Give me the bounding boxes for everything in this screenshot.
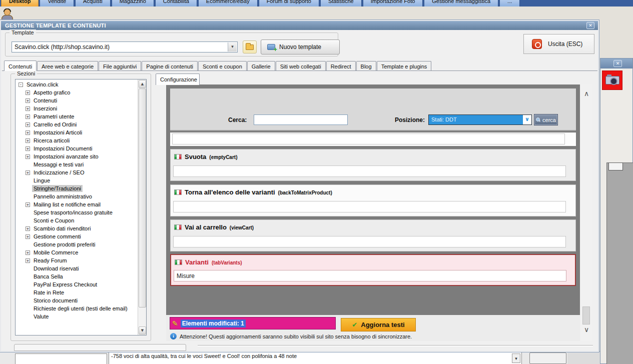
tab-configurazione[interactable]: Configurazione <box>156 74 200 85</box>
tree-expand-icon[interactable]: + <box>26 114 30 119</box>
tree-expand-icon[interactable]: + <box>26 98 30 103</box>
tree-item[interactable]: + Aspetto grafico <box>17 88 137 96</box>
open-folder-button[interactable] <box>243 40 257 54</box>
menu-tab[interactable]: Magazzino <box>112 0 154 6</box>
tree-expand-icon[interactable] <box>26 162 30 167</box>
translation-input[interactable] <box>172 134 565 144</box>
chevron-down-icon[interactable]: ∨ <box>581 326 592 334</box>
chevron-up-icon[interactable]: ∧ <box>581 90 592 98</box>
dialog-tab[interactable]: Pagine di contenuti <box>142 61 198 71</box>
translation-input[interactable] <box>173 166 566 177</box>
new-template-button[interactable]: Nuovo template <box>261 40 340 54</box>
tree-expand-icon[interactable]: + <box>26 226 30 231</box>
tree-expand-icon[interactable]: + <box>26 130 30 135</box>
tree-item[interactable]: + Scambio dati rivenditori <box>17 224 137 232</box>
search-input[interactable] <box>254 114 348 125</box>
position-select[interactable]: Stati: DDT ∨ <box>428 114 532 125</box>
tree-item[interactable]: Banca Sella <box>17 272 137 280</box>
translation-input[interactable] <box>174 270 566 282</box>
tree-root-item[interactable]: - Scavino.click <box>17 80 137 88</box>
tree-expand-icon[interactable]: + <box>26 250 30 255</box>
dropdown-arrow-icon[interactable]: ▾ <box>512 354 520 363</box>
chevron-down-icon[interactable]: ∨ <box>523 115 531 124</box>
tree-item[interactable]: + Inserzioni <box>17 104 137 112</box>
tree-item[interactable]: Pannello amministrativo <box>17 192 137 200</box>
tree-expand-icon[interactable] <box>26 306 30 311</box>
tree-item[interactable]: Gestione prodotti preferiti <box>17 240 137 248</box>
scrollbar-thumb[interactable] <box>582 306 590 324</box>
menu-tab[interactable]: ... <box>499 0 520 6</box>
translation-input[interactable] <box>173 201 566 212</box>
tree-expand-icon[interactable]: + <box>26 154 30 159</box>
tree-expand-icon[interactable] <box>26 282 30 287</box>
dialog-tab[interactable]: Sconti e coupon <box>198 61 247 71</box>
bottom-panel-fragment[interactable] <box>14 344 186 351</box>
tree-item[interactable]: Richieste degli utenti (testi delle emai… <box>17 304 137 312</box>
menu-tab[interactable]: Forum di supporto <box>259 0 319 6</box>
configuration-scrollbar[interactable]: ∧ ∨ <box>581 84 592 341</box>
tree-item[interactable]: Lingue <box>17 176 137 184</box>
template-combobox[interactable]: Scavino.click (http://shop.scavino.it) ▾ <box>12 42 238 52</box>
search-button[interactable]: cerca <box>534 114 558 126</box>
tree-expand-icon[interactable] <box>26 266 30 271</box>
tree-item[interactable]: + Contenuti <box>17 96 137 104</box>
tree-expand-icon[interactable]: + <box>26 170 30 175</box>
tree-expand-icon[interactable] <box>26 218 30 223</box>
tree-item[interactable]: Sconti e Coupon <box>17 216 137 224</box>
tree-expand-icon[interactable] <box>26 194 30 199</box>
tree-item[interactable]: + Impostazioni avanzate sito <box>17 152 137 160</box>
tree-scrollbar[interactable]: ▲ ▼ <box>138 80 146 335</box>
menu-tab[interactable]: Desktop <box>1 0 39 6</box>
tree-item[interactable]: + Ricerca articoli <box>17 136 137 144</box>
tree-scrollbar-thumb[interactable] <box>139 88 146 308</box>
photo-import-button[interactable] <box>602 70 622 90</box>
tree-expand-icon[interactable] <box>26 314 30 319</box>
tree-item[interactable]: + Ready Forum <box>17 256 137 264</box>
dialog-tab[interactable]: Blog <box>356 61 376 71</box>
tree-expand-icon[interactable]: + <box>26 202 30 207</box>
scroll-down-icon[interactable]: ▼ <box>139 326 146 334</box>
close-icon[interactable]: ✕ <box>586 22 594 29</box>
tree-item[interactable]: PayPal Express Checkout <box>17 280 137 288</box>
tree-expand-icon[interactable] <box>26 186 30 191</box>
tree-expand-icon[interactable]: + <box>26 146 30 151</box>
menu-tab[interactable]: Gestione messaggistica <box>424 0 498 6</box>
dialog-tab[interactable]: Gallerie <box>247 61 275 71</box>
tree-expand-icon[interactable] <box>26 210 30 215</box>
tree-item[interactable]: Valute <box>17 312 137 320</box>
tree-expand-icon[interactable] <box>26 178 30 183</box>
tree-expand-icon[interactable] <box>26 274 30 279</box>
dialog-tab[interactable]: File aggiuntivi <box>99 61 141 71</box>
tree-item[interactable]: Download riservati <box>17 264 137 272</box>
tree-item[interactable]: + Mobile Commerce <box>17 248 137 256</box>
tree-expand-icon[interactable]: + <box>26 122 30 127</box>
menu-tab[interactable]: Ecommerce/eBay <box>198 0 258 6</box>
tree-expand-icon[interactable] <box>26 298 30 303</box>
tree-item[interactable]: Messaggi e testi vari <box>17 160 137 168</box>
menu-tab[interactable]: Contabilità <box>155 0 197 6</box>
tree-item[interactable]: Spese trasporto/incasso gratuite <box>17 208 137 216</box>
dialog-tab[interactable]: Template e plugins <box>377 61 432 71</box>
tree-expand-icon[interactable] <box>26 290 30 295</box>
tree-item[interactable]: + Mailing list e notifiche email <box>17 200 137 208</box>
update-texts-button[interactable]: ✔ Aggiorna testi <box>341 318 416 332</box>
tree-expand-icon[interactable]: + <box>26 138 30 143</box>
chevron-down-icon[interactable]: ▾ <box>228 42 237 52</box>
dialog-tab[interactable]: Redirect <box>326 61 356 71</box>
tree-item[interactable]: Rate in Rete <box>17 288 137 296</box>
tree-item[interactable]: + Impostazioni Articoli <box>17 128 137 136</box>
close-icon[interactable]: ✕ <box>613 60 622 67</box>
menu-tab[interactable]: Vendite <box>40 0 74 6</box>
dialog-tab[interactable]: Aree web e categorie <box>37 61 98 71</box>
scroll-up-icon[interactable]: ▲ <box>139 80 146 88</box>
tree-item[interactable]: + Gestione commenti <box>17 232 137 240</box>
translation-input[interactable] <box>173 236 566 248</box>
menu-tab[interactable]: Importazione Foto <box>363 0 423 6</box>
tree-collapse-icon[interactable]: - <box>19 82 23 87</box>
dialog-tab[interactable]: Contenuti <box>4 60 37 71</box>
tree-expand-icon[interactable]: + <box>26 258 30 263</box>
tree-expand-icon[interactable]: + <box>26 90 30 95</box>
tree-item[interactable]: Storico documenti <box>17 296 137 304</box>
tree-item[interactable]: + Indicizzazione / SEO <box>17 168 137 176</box>
dialog-tab[interactable]: Siti web collegati <box>276 61 326 71</box>
